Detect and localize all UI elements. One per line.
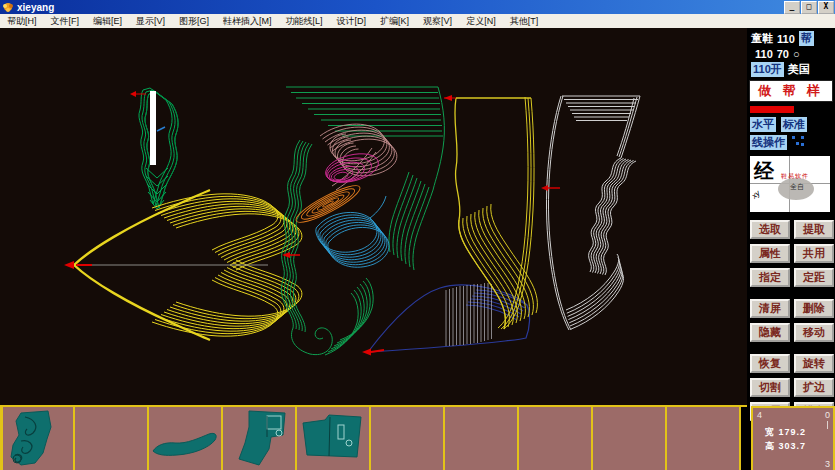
tool-delete-button[interactable]: 删除 [794, 299, 834, 318]
pattern-small-green-boot[interactable] [130, 88, 178, 209]
tool-assign-button[interactable]: 指定 [750, 268, 790, 287]
width-label: 宽 [765, 427, 775, 437]
tool-button-grid: 选取 提取 属性 共用 指定 定距 清屏 删除 隐藏 移动 恢复 旋转 切割 扩… [750, 220, 835, 421]
menu-extend[interactable]: 扩编[K] [373, 15, 416, 28]
thumbnail-empty-4[interactable] [519, 407, 593, 470]
window-title: xieyang [17, 2, 54, 13]
menu-observe[interactable]: 观察[V] [416, 15, 459, 28]
make-upper-pattern-button[interactable]: 做 帮 样 [749, 80, 833, 102]
size-b-value: 110 [755, 48, 773, 60]
menu-view[interactable]: 显示[V] [129, 15, 172, 28]
pattern-white-heel[interactable] [541, 96, 640, 330]
tool-share-button[interactable]: 共用 [794, 244, 834, 263]
thumbnail-empty-5[interactable] [593, 407, 667, 470]
logo-axis-letters: xy [750, 188, 762, 200]
logo-brand-text: 鞋易软件 [781, 172, 809, 181]
logo-big-char: 经 [754, 158, 774, 185]
menu-edit[interactable]: 编辑[E] [86, 15, 129, 28]
pattern-yellow-band[interactable] [444, 95, 537, 329]
tool-clear-button[interactable]: 清屏 [750, 299, 790, 318]
pattern-thumbnail-strip [0, 405, 747, 470]
status-count-right: 0 [825, 410, 830, 420]
tool-distance-button[interactable]: 定距 [794, 268, 834, 287]
menu-bar: 帮助[H] 文件[F] 编辑[E] 显示[V] 图形[G] 鞋样插入[M] 功能… [0, 14, 835, 28]
size-a-value: 110 [777, 33, 795, 45]
tool-select-button[interactable]: 选取 [750, 220, 790, 239]
standard-chip[interactable]: 标准 [781, 117, 807, 132]
bang-chip[interactable]: 帮 [799, 31, 814, 46]
menu-help[interactable]: 帮助[H] [0, 15, 44, 28]
menu-file[interactable]: 文件[F] [44, 15, 87, 28]
app-flower-icon [2, 2, 14, 13]
thumbnail-empty-3[interactable] [445, 407, 519, 470]
thumbnail-heel-piece[interactable] [297, 407, 371, 470]
tool-expand-edge-button[interactable]: 扩边 [794, 378, 834, 397]
red-progress-bar [750, 106, 794, 113]
thumbnail-empty-6[interactable] [667, 407, 741, 470]
size-c-value: 70 [777, 48, 789, 60]
width-value: 179.2 [779, 427, 807, 437]
height-label: 高 [765, 441, 775, 451]
tool-hide-button[interactable]: 隐藏 [750, 323, 790, 342]
shoe-type-label: 童鞋 [751, 31, 773, 46]
tool-extract-button[interactable]: 提取 [794, 220, 834, 239]
line-operation-icon [792, 136, 804, 146]
height-value: 303.7 [779, 441, 807, 451]
title-bar[interactable]: xieyang _ □ X [0, 0, 835, 14]
application-window: xieyang _ □ X 帮助[H] 文件[F] 编辑[E] 显示[V] 图形… [0, 0, 835, 470]
pattern-orange-piece[interactable] [292, 180, 363, 228]
tool-cut-button[interactable]: 切割 [750, 378, 790, 397]
region-label: 美国 [788, 62, 810, 77]
tool-restore-button[interactable]: 恢复 [750, 354, 790, 373]
thumbnail-sole[interactable] [149, 407, 223, 470]
menu-other[interactable]: 其他[T] [503, 15, 546, 28]
dimension-status-panel: 4 0 宽 179.2 高 303.7 3 [751, 406, 835, 470]
sidebar: 童鞋 110 帮 110 70 ○ 110开 美国 做 帮 样 水平 标准 线操… [747, 28, 835, 470]
menu-insert-pattern[interactable]: 鞋样插入[M] [216, 15, 279, 28]
line-operation-chip[interactable]: 线操作 [750, 135, 787, 150]
status-count-left: 4 [757, 410, 762, 420]
tool-move-button[interactable]: 移动 [794, 323, 834, 342]
menu-define[interactable]: 定义[N] [459, 15, 503, 28]
thumbnail-empty-1[interactable] [75, 407, 149, 470]
menu-graphics[interactable]: 图形[G] [172, 15, 216, 28]
thumbnail-boot-upper[interactable] [223, 407, 297, 470]
circle-icon: ○ [793, 48, 800, 60]
menu-function-line[interactable]: 功能线[L] [279, 15, 330, 28]
tool-property-button[interactable]: 属性 [750, 244, 790, 263]
close-button[interactable]: X [818, 1, 834, 14]
thumbnail-boot-swirl[interactable] [0, 407, 75, 470]
menu-design[interactable]: 设计[D] [330, 15, 374, 28]
tool-rotate-button[interactable]: 旋转 [794, 354, 834, 373]
open-size-chip[interactable]: 110开 [751, 62, 784, 77]
software-logo: 经 鞋易软件 全自 xy [750, 156, 830, 212]
pattern-yellow-dart[interactable] [64, 190, 302, 340]
pattern-navy-sole[interactable] [362, 283, 530, 356]
thumbnail-empty-2[interactable] [371, 407, 445, 470]
design-canvas[interactable] [0, 28, 747, 405]
status-count-bottom: 3 [825, 459, 830, 469]
status-tick [827, 421, 828, 429]
logo-sub-text: 全自 [790, 182, 804, 192]
restore-button[interactable]: □ [801, 1, 817, 14]
horizontal-chip[interactable]: 水平 [750, 117, 776, 132]
minimize-button[interactable]: _ [784, 1, 800, 14]
